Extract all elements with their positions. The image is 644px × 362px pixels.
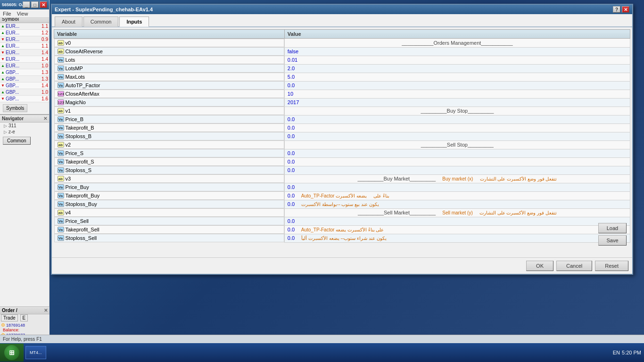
- table-row[interactable]: ab v2 _________Sell Stop_________: [54, 140, 630, 149]
- var-value[interactable]: 0.0: [284, 132, 630, 140]
- var-value[interactable]: 0.0: [284, 166, 630, 174]
- order-close-icon[interactable]: ✕: [44, 308, 48, 313]
- table-row[interactable]: Va Stoploss_S 0.0: [54, 166, 630, 174]
- var-value[interactable]: 0.0 يكون عند بيع ستوب --بواسطة الأكسبرت: [284, 200, 630, 208]
- table-row[interactable]: Va Price_Sell 0.0: [54, 217, 630, 225]
- table-row[interactable]: Va Takeprofit_B 0.0: [54, 123, 630, 132]
- table-row[interactable]: Va Stoploss_Sell 0.0 يكون عند شراء ستوب-…: [54, 234, 630, 242]
- tabs-container: About Common Inputs: [52, 14, 632, 27]
- var-value[interactable]: 0.0 يكون عند شراء ستوب-- يضعه الأكسبرت أ…: [284, 234, 630, 242]
- ok-button[interactable]: OK: [526, 261, 553, 271]
- var-value[interactable]: 0.0: [284, 157, 630, 166]
- arrow-down-icon: ▼: [1, 83, 5, 88]
- symbol-row[interactable]: ▼ EUR... 0.9: [0, 36, 49, 43]
- reset-button[interactable]: Reset: [595, 261, 628, 271]
- table-row[interactable]: Va Lots 0.01: [54, 56, 630, 64]
- var-value[interactable]: 2017: [284, 98, 630, 107]
- symbol-row[interactable]: ▼ GBP... 1.6: [0, 96, 49, 102]
- symbols-button[interactable]: Symbols: [3, 104, 27, 112]
- var-value[interactable]: 5.0: [284, 73, 630, 81]
- symbol-row[interactable]: ▲ GBP... 1.3: [0, 69, 49, 76]
- symbol-row[interactable]: ▲ EUR... 1.0: [0, 63, 49, 69]
- symbol-row[interactable]: ▼ EUR... 1.4: [0, 49, 49, 56]
- minimize-btn[interactable]: _: [23, 1, 30, 8]
- var-name: Takeprofit_Buy: [66, 193, 100, 198]
- var-value[interactable]: 0.0: [284, 149, 630, 157]
- main-close-btn[interactable]: ✕: [40, 1, 47, 8]
- tree-item[interactable]: ▷z-e: [0, 129, 49, 135]
- table-row[interactable]: ab v0 ___________Orders Management______…: [54, 39, 630, 48]
- table-row[interactable]: Va Takeprofit_S 0.0: [54, 157, 630, 166]
- table-row[interactable]: Va Price_Buy 0.0: [54, 183, 630, 191]
- var-cell: Va Stoploss_B: [54, 132, 284, 140]
- trade-tab[interactable]: Trade: [1, 314, 18, 321]
- cancel-button[interactable]: Cancel: [556, 261, 592, 271]
- var-value[interactable]: 0.01: [284, 56, 630, 64]
- common-button[interactable]: Common: [3, 137, 31, 145]
- table-row[interactable]: ab v4 _________Sell Market_________ Sell…: [54, 208, 630, 217]
- table-row[interactable]: ab v3 _________Buy Market_________ Buy m…: [54, 174, 630, 183]
- var-value[interactable]: 0.0 Auto_TP-Factor على بناءً الأكسبرت يض…: [284, 225, 630, 234]
- var-value[interactable]: 0.0: [284, 217, 630, 225]
- table-row[interactable]: Va Stoploss_B 0.0: [54, 132, 630, 140]
- table-row[interactable]: Va Stoploss_Buy 0.0 يكون عند بيع ستوب --…: [54, 200, 630, 208]
- arabic-note-1: يكون عند بيع ستوب --بواسطة الأكسبرت: [296, 202, 379, 207]
- symbol-row[interactable]: ▲ EUR... 1.2: [0, 30, 49, 36]
- var-cell: Va Takeprofit_S: [54, 157, 284, 166]
- tab-about[interactable]: About: [55, 16, 83, 27]
- taskbar-item-1[interactable]: MT4...: [25, 346, 46, 359]
- symbol-row[interactable]: ▼ GBP... 1.4: [0, 82, 49, 89]
- var-value[interactable]: 0.0 Auto_TP-Factor بناءً على يضعه الأكسب…: [284, 191, 630, 200]
- var-icon-va: Va: [58, 159, 64, 165]
- table-row[interactable]: ab CloseAtReverse false: [54, 47, 630, 56]
- var-value[interactable]: 0.0: [284, 123, 630, 132]
- table-row[interactable]: ab v1 _________Buy Stop_________: [54, 107, 630, 115]
- var-icon-ab: ab: [58, 40, 64, 46]
- taskbar-right: EN 5:20 PM: [613, 350, 644, 355]
- maximize-btn[interactable]: □: [31, 1, 39, 8]
- tree-list: ▷311▷z-e: [0, 123, 49, 135]
- table-row[interactable]: Va MaxLots 5.0: [54, 73, 630, 81]
- tab-common[interactable]: Common: [83, 16, 119, 27]
- var-value[interactable]: 2.0: [284, 64, 630, 73]
- var-cell: Va LotsMP: [54, 64, 284, 73]
- menu-file[interactable]: File: [0, 10, 14, 17]
- table-row[interactable]: Va Takeprofit_Buy 0.0 Auto_TP-Factor بنا…: [54, 191, 630, 200]
- load-button[interactable]: Load: [598, 223, 627, 233]
- var-value[interactable]: false: [284, 47, 630, 56]
- nav-close-icon[interactable]: ✕: [43, 116, 47, 121]
- table-scroll[interactable]: Variable Value ab v0 ___________Orders M…: [54, 29, 630, 255]
- symbol-row[interactable]: ▲ GBP... 1.3: [0, 76, 49, 82]
- dialog-help-btn[interactable]: ?: [613, 6, 620, 13]
- var-icon-va: Va: [58, 227, 64, 232]
- var-value[interactable]: 10: [284, 90, 630, 98]
- symbol-name: EUR...: [6, 50, 41, 55]
- table-row[interactable]: 123 CloseAfterMax 10: [54, 90, 630, 98]
- symbol-row[interactable]: ▲ EUR... 1.1: [0, 43, 49, 49]
- save-button[interactable]: Save: [598, 235, 627, 246]
- tab-inputs[interactable]: Inputs: [119, 16, 149, 27]
- col-variable: Variable: [54, 30, 285, 39]
- table-row[interactable]: Va Price_S 0.0: [54, 149, 630, 157]
- table-row[interactable]: Va Price_B 0.0: [54, 115, 630, 123]
- var-value[interactable]: 0.0: [284, 183, 630, 191]
- var-icon-va: Va: [58, 57, 64, 63]
- table-row[interactable]: Va AutoTP_Factor 0.0: [54, 81, 630, 90]
- dialog-close-btn[interactable]: ✕: [622, 6, 629, 13]
- navigator-label: Navigator: [2, 116, 24, 121]
- table-row[interactable]: Va Takeprofit_Sell 0.0 Auto_TP-Factor عل…: [54, 225, 630, 234]
- tree-item[interactable]: ▷311: [0, 123, 49, 129]
- var-value[interactable]: 0.0: [284, 115, 630, 123]
- arrow-up-icon: ▲: [1, 31, 5, 35]
- table-row[interactable]: Va LotsMP 2.0: [54, 64, 630, 73]
- lang-indicator: EN: [613, 350, 620, 355]
- table-row[interactable]: 123 MagicNo 2017: [54, 98, 630, 107]
- var-name: Stoploss_Buy: [66, 201, 97, 207]
- symbol-row[interactable]: ▲ EUR... 1.1: [0, 23, 49, 30]
- menu-view[interactable]: View: [14, 10, 31, 17]
- exposure-tab[interactable]: E: [20, 314, 28, 321]
- var-value[interactable]: 0.0: [284, 81, 630, 90]
- symbol-row[interactable]: ▼ EUR... 1.4: [0, 56, 49, 63]
- start-button[interactable]: ⊞: [0, 344, 24, 362]
- symbol-row[interactable]: ▲ GBP... 1.0: [0, 89, 49, 96]
